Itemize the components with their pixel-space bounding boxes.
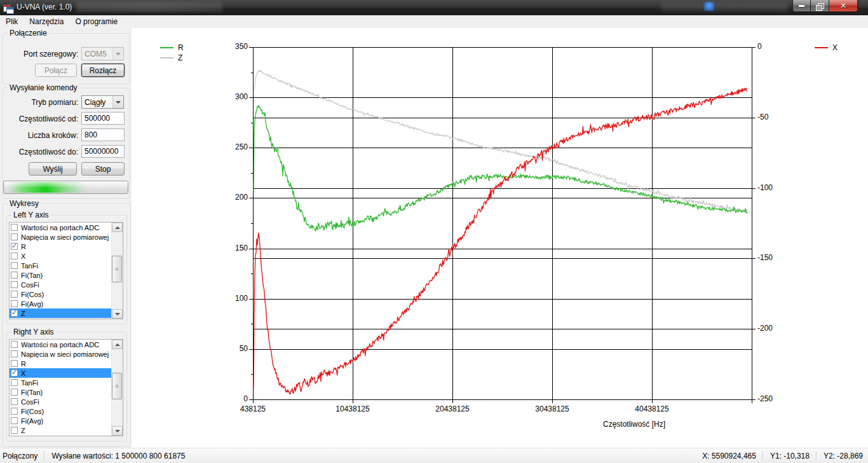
- checkbox[interactable]: [11, 417, 18, 424]
- checkbox[interactable]: [11, 281, 18, 288]
- connection-group-title: Połączenie: [8, 29, 49, 38]
- axis-series-option[interactable]: Fi(Avg): [10, 416, 123, 425]
- option-label: Fi(Tan): [21, 389, 43, 396]
- cursor-y2-readout: Y2: -28,869: [821, 452, 865, 460]
- scrollbar[interactable]: ≡: [111, 223, 123, 319]
- right-y-axis-listbox[interactable]: Wartości na portach ADCNapięcia w sieci …: [9, 339, 123, 436]
- steps-label: Liczba kroków:: [6, 131, 78, 140]
- axis-series-option[interactable]: R: [10, 242, 123, 251]
- option-label: X: [21, 252, 25, 260]
- checkbox[interactable]: [11, 291, 18, 298]
- option-label: R: [21, 243, 26, 251]
- axis-series-option[interactable]: CosFi: [10, 280, 123, 289]
- steps-input[interactable]: [81, 128, 125, 141]
- axis-series-option[interactable]: R: [10, 359, 123, 368]
- axis-series-option[interactable]: Wartości na portach ADC: [10, 340, 123, 349]
- right-axis-tick-label: 0: [757, 42, 762, 51]
- charts-group-title: Wykresy: [8, 199, 41, 208]
- connect-button[interactable]: Połącz: [35, 64, 77, 77]
- axis-series-option[interactable]: Fi(Cos): [10, 406, 123, 416]
- checkbox[interactable]: [11, 272, 18, 279]
- serial-port-combobox[interactable]: COM5: [81, 47, 124, 60]
- axis-series-option[interactable]: CosFi: [10, 397, 123, 406]
- axis-series-option[interactable]: Napięcia w sieci pomiarowej: [10, 232, 123, 242]
- cursor-x-readout: X: 5590924,465: [700, 452, 759, 460]
- scroll-up-arrow[interactable]: [112, 340, 123, 349]
- status-divider: [763, 451, 764, 460]
- send-button[interactable]: Wyślij: [29, 162, 77, 176]
- scroll-up-arrow[interactable]: [112, 223, 123, 232]
- left-axis-tick-label: 350: [215, 42, 248, 51]
- checkbox[interactable]: [11, 389, 18, 396]
- measure-mode-label: Tryb pomiaru:: [6, 98, 78, 107]
- plot-area[interactable]: [132, 28, 868, 448]
- axis-series-option[interactable]: TanFi: [10, 378, 123, 387]
- sent-values-status: Wysłane wartości: 1 500000 800 61875: [49, 452, 187, 460]
- checkbox[interactable]: [11, 398, 18, 405]
- left-axis-tick-label: 200: [215, 193, 248, 202]
- checkbox[interactable]: [11, 224, 18, 231]
- checkbox[interactable]: [11, 350, 18, 357]
- series-x: [254, 88, 747, 394]
- option-label: Fi(Cos): [21, 408, 44, 415]
- freq-to-input[interactable]: [81, 145, 125, 158]
- scrollbar-thumb[interactable]: ≡: [112, 373, 122, 399]
- checkbox[interactable]: [11, 360, 18, 367]
- menu-narzedzia[interactable]: Narzędzia: [24, 16, 69, 27]
- option-label: Z: [21, 310, 25, 317]
- axis-series-option[interactable]: X: [10, 251, 123, 261]
- stop-button[interactable]: Stop: [81, 162, 125, 176]
- close-button[interactable]: ✕: [829, 0, 858, 12]
- checkbox[interactable]: [11, 370, 18, 377]
- scrollbar[interactable]: ≡: [111, 340, 123, 436]
- scroll-down-arrow[interactable]: [112, 309, 123, 319]
- axis-series-option[interactable]: TanFi: [10, 261, 123, 270]
- title-bar: U-VNA (ver. 1.0) ✕: [0, 0, 868, 15]
- axis-series-option[interactable]: Fi(Tan): [10, 270, 123, 280]
- checkbox[interactable]: [11, 379, 18, 386]
- window-title: U-VNA (ver. 1.0): [17, 3, 72, 11]
- left-y-axis-listbox[interactable]: Wartości na portach ADCNapięcia w sieci …: [9, 222, 123, 319]
- checkbox[interactable]: [11, 300, 18, 307]
- checkbox[interactable]: [11, 252, 18, 259]
- measure-mode-combobox[interactable]: Ciągły: [81, 95, 124, 109]
- menu-plik[interactable]: Plik: [0, 16, 24, 27]
- menu-o-programie[interactable]: O programie: [69, 16, 123, 27]
- option-label: Fi(Avg): [21, 300, 43, 308]
- scrollbar-thumb[interactable]: ≡: [112, 256, 122, 282]
- axis-series-option[interactable]: Wartości na portach ADC: [10, 223, 123, 232]
- disconnect-button[interactable]: Rozłącz: [81, 64, 125, 77]
- right-axis-tick-label: -150: [757, 253, 773, 262]
- axis-series-option[interactable]: Fi(Cos): [10, 289, 123, 299]
- checkbox[interactable]: [11, 427, 18, 434]
- axis-series-option[interactable]: Fi(Tan): [10, 387, 123, 397]
- x-axis-tick-label: 438125: [224, 404, 281, 413]
- checkbox[interactable]: [11, 233, 18, 240]
- restore-button[interactable]: [811, 0, 829, 12]
- status-divider: [816, 451, 817, 460]
- checkbox[interactable]: [11, 243, 18, 250]
- serial-port-label: Port szeregowy:: [6, 50, 78, 59]
- axis-series-option[interactable]: Fi(Avg): [10, 299, 123, 308]
- minimize-icon: [799, 5, 804, 7]
- axis-series-option[interactable]: X: [10, 368, 123, 378]
- scroll-down-arrow[interactable]: [112, 426, 123, 436]
- minimize-button[interactable]: [792, 0, 811, 12]
- chart-panel: R Z X Częstotliwość [Hz] 350300250200150…: [132, 28, 868, 448]
- background-window-blur: [76, 2, 222, 12]
- checkbox[interactable]: [11, 408, 18, 415]
- checkbox[interactable]: [11, 310, 18, 317]
- status-bar: Połączony Wysłane wartości: 1 500000 800…: [0, 448, 868, 463]
- axis-series-option[interactable]: Z: [10, 425, 123, 435]
- axis-series-option[interactable]: Z: [10, 308, 123, 318]
- checkbox[interactable]: [11, 341, 18, 348]
- background-window-blur: [661, 3, 788, 11]
- option-label: Fi(Avg): [21, 417, 43, 425]
- checkbox[interactable]: [11, 262, 18, 269]
- right-axis-tick-label: -50: [757, 113, 768, 121]
- right-axis-tick-label: -250: [757, 394, 773, 403]
- freq-from-input[interactable]: [81, 112, 125, 125]
- axis-series-option[interactable]: Napięcia w sieci pomiarowej: [10, 349, 123, 359]
- combobox-arrow-icon: [112, 96, 123, 108]
- x-axis-tick-label: 30438125: [524, 404, 581, 413]
